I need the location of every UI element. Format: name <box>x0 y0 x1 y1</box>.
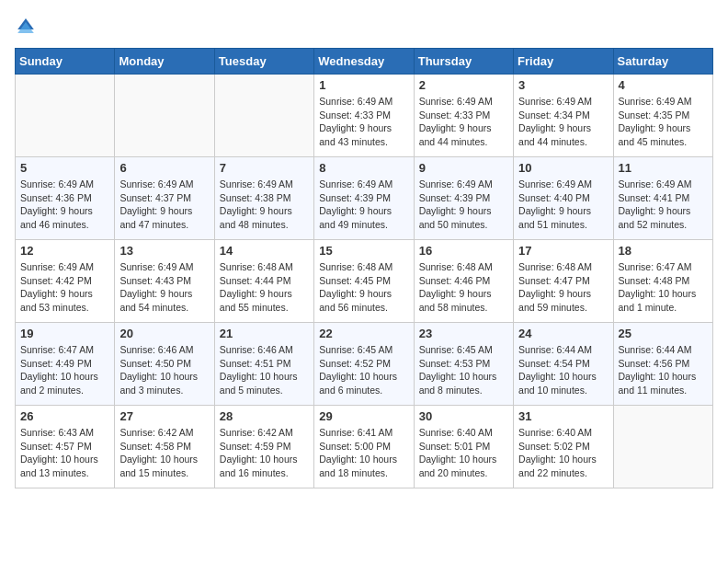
calendar-cell <box>214 75 313 157</box>
day-number: 27 <box>119 409 209 423</box>
day-number: 5 <box>20 161 109 175</box>
calendar-cell: 24Sunrise: 6:44 AM Sunset: 4:54 PM Dayli… <box>514 323 613 406</box>
day-info: Sunrise: 6:49 AM Sunset: 4:36 PM Dayligh… <box>20 178 109 232</box>
day-info: Sunrise: 6:46 AM Sunset: 4:51 PM Dayligh… <box>220 343 309 397</box>
calendar-cell: 28Sunrise: 6:42 AM Sunset: 4:59 PM Dayli… <box>214 406 313 488</box>
week-row-3: 12Sunrise: 6:49 AM Sunset: 4:42 PM Dayli… <box>16 240 713 323</box>
calendar-cell: 13Sunrise: 6:49 AM Sunset: 4:43 PM Dayli… <box>115 240 214 323</box>
day-info: Sunrise: 6:48 AM Sunset: 4:46 PM Dayligh… <box>419 260 508 315</box>
week-row-1: 1Sunrise: 6:49 AM Sunset: 4:33 PM Daylig… <box>16 75 713 157</box>
day-number: 12 <box>20 244 109 258</box>
day-info: Sunrise: 6:42 AM Sunset: 4:59 PM Dayligh… <box>220 426 309 480</box>
day-info: Sunrise: 6:49 AM Sunset: 4:39 PM Dayligh… <box>419 178 508 232</box>
day-header-friday: Friday <box>514 49 613 75</box>
day-info: Sunrise: 6:43 AM Sunset: 4:57 PM Dayligh… <box>20 426 109 480</box>
calendar-cell: 18Sunrise: 6:47 AM Sunset: 4:48 PM Dayli… <box>613 240 712 323</box>
day-info: Sunrise: 6:49 AM Sunset: 4:43 PM Dayligh… <box>119 260 209 315</box>
day-number: 9 <box>419 161 508 175</box>
calendar-cell: 9Sunrise: 6:49 AM Sunset: 4:39 PM Daylig… <box>414 157 513 240</box>
calendar-cell: 11Sunrise: 6:49 AM Sunset: 4:41 PM Dayli… <box>613 157 712 240</box>
day-number: 6 <box>119 161 209 175</box>
calendar-cell: 15Sunrise: 6:48 AM Sunset: 4:45 PM Dayli… <box>314 240 414 323</box>
calendar-cell: 27Sunrise: 6:42 AM Sunset: 4:58 PM Dayli… <box>115 406 214 488</box>
day-info: Sunrise: 6:49 AM Sunset: 4:38 PM Dayligh… <box>220 178 309 232</box>
calendar-cell: 14Sunrise: 6:48 AM Sunset: 4:44 PM Dayli… <box>214 240 313 323</box>
calendar-table: SundayMondayTuesdayWednesdayThursdayFrid… <box>15 48 713 488</box>
week-row-4: 19Sunrise: 6:47 AM Sunset: 4:49 PM Dayli… <box>16 323 713 406</box>
day-number: 8 <box>319 161 408 175</box>
calendar-cell: 16Sunrise: 6:48 AM Sunset: 4:46 PM Dayli… <box>414 240 513 323</box>
day-info: Sunrise: 6:48 AM Sunset: 4:45 PM Dayligh… <box>319 260 408 315</box>
day-info: Sunrise: 6:47 AM Sunset: 4:48 PM Dayligh… <box>619 260 708 315</box>
calendar-cell: 31Sunrise: 6:40 AM Sunset: 5:02 PM Dayli… <box>514 406 613 488</box>
calendar-cell: 1Sunrise: 6:49 AM Sunset: 4:33 PM Daylig… <box>314 75 414 157</box>
logo-icon <box>15 15 37 37</box>
day-info: Sunrise: 6:49 AM Sunset: 4:37 PM Dayligh… <box>119 178 209 232</box>
day-info: Sunrise: 6:47 AM Sunset: 4:49 PM Dayligh… <box>20 343 109 397</box>
logo <box>15 15 40 37</box>
day-info: Sunrise: 6:49 AM Sunset: 4:39 PM Dayligh… <box>319 178 408 232</box>
header-row: SundayMondayTuesdayWednesdayThursdayFrid… <box>16 49 713 75</box>
day-number: 7 <box>220 161 309 175</box>
calendar-cell: 12Sunrise: 6:49 AM Sunset: 4:42 PM Dayli… <box>16 240 115 323</box>
day-number: 21 <box>220 327 309 340</box>
day-number: 25 <box>619 327 708 340</box>
day-number: 11 <box>619 161 708 175</box>
day-number: 1 <box>319 78 408 92</box>
day-info: Sunrise: 6:45 AM Sunset: 4:52 PM Dayligh… <box>319 343 408 397</box>
day-info: Sunrise: 6:44 AM Sunset: 4:56 PM Dayligh… <box>619 343 708 397</box>
calendar-cell <box>16 75 115 157</box>
day-info: Sunrise: 6:40 AM Sunset: 5:02 PM Dayligh… <box>518 426 608 480</box>
day-number: 20 <box>119 327 209 340</box>
day-number: 14 <box>220 244 309 258</box>
day-number: 2 <box>419 78 508 92</box>
calendar-cell: 20Sunrise: 6:46 AM Sunset: 4:50 PM Dayli… <box>115 323 214 406</box>
calendar-cell <box>115 75 214 157</box>
day-header-tuesday: Tuesday <box>214 49 313 75</box>
calendar-cell: 23Sunrise: 6:45 AM Sunset: 4:53 PM Dayli… <box>414 323 513 406</box>
day-info: Sunrise: 6:49 AM Sunset: 4:41 PM Dayligh… <box>619 178 708 232</box>
calendar-cell: 26Sunrise: 6:43 AM Sunset: 4:57 PM Dayli… <box>16 406 115 488</box>
day-number: 30 <box>419 409 508 423</box>
calendar-cell: 25Sunrise: 6:44 AM Sunset: 4:56 PM Dayli… <box>613 323 712 406</box>
day-header-sunday: Sunday <box>16 49 115 75</box>
week-row-5: 26Sunrise: 6:43 AM Sunset: 4:57 PM Dayli… <box>16 406 713 488</box>
day-number: 22 <box>319 327 408 340</box>
day-info: Sunrise: 6:48 AM Sunset: 4:47 PM Dayligh… <box>518 260 608 315</box>
day-header-wednesday: Wednesday <box>314 49 414 75</box>
day-info: Sunrise: 6:42 AM Sunset: 4:58 PM Dayligh… <box>119 426 209 480</box>
calendar-cell: 6Sunrise: 6:49 AM Sunset: 4:37 PM Daylig… <box>115 157 214 240</box>
calendar-cell: 10Sunrise: 6:49 AM Sunset: 4:40 PM Dayli… <box>514 157 613 240</box>
day-number: 29 <box>319 409 408 423</box>
day-info: Sunrise: 6:49 AM Sunset: 4:33 PM Dayligh… <box>319 95 408 149</box>
calendar-cell: 29Sunrise: 6:41 AM Sunset: 5:00 PM Dayli… <box>314 406 414 488</box>
day-number: 24 <box>518 327 608 340</box>
day-number: 3 <box>518 78 608 92</box>
day-info: Sunrise: 6:41 AM Sunset: 5:00 PM Dayligh… <box>319 426 408 480</box>
calendar-cell: 30Sunrise: 6:40 AM Sunset: 5:01 PM Dayli… <box>414 406 513 488</box>
calendar-cell: 5Sunrise: 6:49 AM Sunset: 4:36 PM Daylig… <box>16 157 115 240</box>
day-info: Sunrise: 6:49 AM Sunset: 4:40 PM Dayligh… <box>518 178 608 232</box>
day-info: Sunrise: 6:46 AM Sunset: 4:50 PM Dayligh… <box>119 343 209 397</box>
day-info: Sunrise: 6:40 AM Sunset: 5:01 PM Dayligh… <box>419 426 508 480</box>
day-info: Sunrise: 6:49 AM Sunset: 4:33 PM Dayligh… <box>419 95 508 149</box>
day-number: 19 <box>20 327 109 340</box>
day-number: 18 <box>619 244 708 258</box>
day-info: Sunrise: 6:44 AM Sunset: 4:54 PM Dayligh… <box>518 343 608 397</box>
calendar-cell <box>613 406 712 488</box>
day-number: 4 <box>619 78 708 92</box>
day-info: Sunrise: 6:49 AM Sunset: 4:34 PM Dayligh… <box>518 95 608 149</box>
day-info: Sunrise: 6:49 AM Sunset: 4:42 PM Dayligh… <box>20 260 109 315</box>
calendar-cell: 17Sunrise: 6:48 AM Sunset: 4:47 PM Dayli… <box>514 240 613 323</box>
day-info: Sunrise: 6:49 AM Sunset: 4:35 PM Dayligh… <box>619 95 708 149</box>
day-number: 31 <box>518 409 608 423</box>
calendar-cell: 3Sunrise: 6:49 AM Sunset: 4:34 PM Daylig… <box>514 75 613 157</box>
day-number: 28 <box>220 409 309 423</box>
day-number: 26 <box>20 409 109 423</box>
day-number: 13 <box>119 244 209 258</box>
day-number: 15 <box>319 244 408 258</box>
day-number: 17 <box>518 244 608 258</box>
day-info: Sunrise: 6:48 AM Sunset: 4:44 PM Dayligh… <box>220 260 309 315</box>
day-number: 16 <box>419 244 508 258</box>
page-header <box>15 15 713 37</box>
